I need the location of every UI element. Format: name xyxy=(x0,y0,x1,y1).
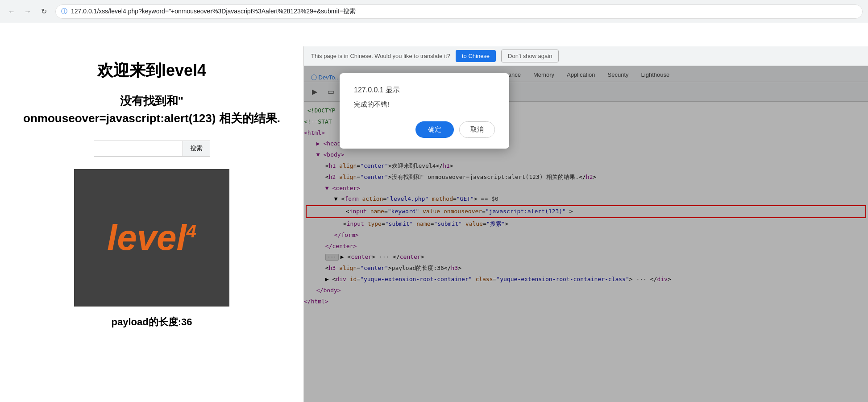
page-title: 欢迎来到level4 xyxy=(97,60,206,82)
address-bar[interactable]: ⓘ 127.0.0.1/xss/level4.php?keyword="+onm… xyxy=(55,4,863,19)
reload-button[interactable]: ↻ xyxy=(37,5,50,18)
search-area: 搜索 xyxy=(94,141,210,157)
alert-ok-button[interactable]: 确定 xyxy=(415,121,454,138)
payload-text: payload的长度:36 xyxy=(112,315,192,329)
forward-button[interactable]: → xyxy=(21,5,34,18)
alert-dialog: 127.0.0.1 显示 完成的不错! 确定 取消 xyxy=(340,73,509,149)
alert-title: 127.0.0.1 显示 xyxy=(354,86,495,95)
alert-message: 完成的不错! xyxy=(354,100,495,109)
main-layout: 欢迎来到level4 没有找到和" onmouseover=javascript… xyxy=(0,46,868,402)
page-content: 欢迎来到level4 没有找到和" onmouseover=javascript… xyxy=(0,46,303,402)
nav-buttons: ← → ↻ xyxy=(5,5,50,18)
translate-button[interactable]: to Chinese xyxy=(456,50,496,62)
subtitle-keyword: onmouseover=javascript:alert(123) 相关的结果. xyxy=(23,112,280,125)
search-input[interactable] xyxy=(94,141,183,157)
logo-text: level4 xyxy=(107,217,196,258)
url-text: 127.0.0.1/xss/level4.php?keyword="+onmou… xyxy=(71,8,857,16)
back-button[interactable]: ← xyxy=(5,5,18,18)
logo-box: level4 xyxy=(74,169,229,307)
secure-icon: ⓘ xyxy=(61,8,67,16)
translate-label: This page is in Chinese. Would you like … xyxy=(311,53,450,59)
search-button[interactable]: 搜索 xyxy=(183,141,210,157)
alert-cancel-button[interactable]: 取消 xyxy=(459,121,495,138)
alert-overlay: 127.0.0.1 显示 完成的不错! 确定 取消 xyxy=(304,46,868,402)
browser-chrome: ← → ↻ ⓘ 127.0.0.1/xss/level4.php?keyword… xyxy=(0,0,868,23)
logo-sup: 4 xyxy=(187,221,196,241)
devtools-panel: This page is in Chinese. Would you like … xyxy=(303,46,868,402)
translate-banner: This page is in Chinese. Would you like … xyxy=(304,46,868,66)
page-subtitle: 没有找到和" onmouseover=javascript:alert(123)… xyxy=(23,92,280,127)
alert-buttons: 确定 取消 xyxy=(354,121,495,138)
dont-show-button[interactable]: Don't show again xyxy=(501,50,559,62)
